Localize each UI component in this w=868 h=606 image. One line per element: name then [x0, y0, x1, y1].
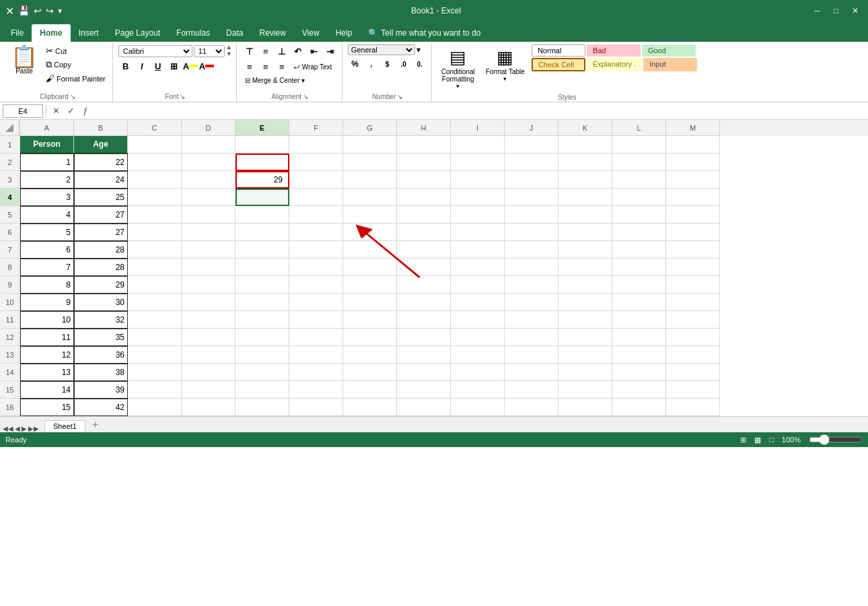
cell-B13[interactable]: 36: [74, 346, 128, 364]
cell-C1[interactable]: [128, 136, 182, 154]
cell-H1[interactable]: [397, 136, 451, 154]
row-num-7[interactable]: 7: [0, 241, 20, 259]
cell-M14[interactable]: [666, 364, 720, 381]
tab-page-layout[interactable]: Page Layout: [107, 24, 168, 42]
cell-K11[interactable]: [558, 311, 612, 329]
tab-file[interactable]: File: [3, 24, 32, 42]
cell-A10[interactable]: 9: [20, 294, 74, 311]
row-num-8[interactable]: 8: [0, 259, 20, 276]
cell-M9[interactable]: [666, 276, 720, 294]
cell-E16[interactable]: [236, 399, 289, 416]
more-icon[interactable]: ▾: [58, 6, 62, 15]
cell-F8[interactable]: [289, 259, 343, 276]
cell-K7[interactable]: [558, 241, 612, 259]
cell-H12[interactable]: [397, 329, 451, 346]
cell-E6[interactable]: [236, 224, 289, 241]
cell-D2[interactable]: [182, 154, 236, 171]
cell-D8[interactable]: [182, 259, 236, 276]
col-header-D[interactable]: D: [182, 120, 236, 136]
currency-button[interactable]: $: [380, 57, 395, 71]
merge-dropdown-icon[interactable]: ▾: [301, 77, 305, 84]
row-num-3[interactable]: 3: [0, 171, 20, 189]
cell-G11[interactable]: [343, 311, 397, 329]
cell-E14[interactable]: [236, 364, 289, 381]
cell-A6[interactable]: 5: [20, 224, 74, 241]
cell-E10[interactable]: [236, 294, 289, 311]
cell-J11[interactable]: [505, 311, 558, 329]
cell-L2[interactable]: [612, 154, 666, 171]
cell-H16[interactable]: [397, 399, 451, 416]
cell-K16[interactable]: [558, 399, 612, 416]
cell-K12[interactable]: [558, 329, 612, 346]
row-num-5[interactable]: 5: [0, 206, 20, 224]
cell-A7[interactable]: 6: [20, 241, 74, 259]
cell-D3[interactable]: [182, 171, 236, 189]
cell-C13[interactable]: [128, 346, 182, 364]
row-num-1[interactable]: 1: [0, 136, 20, 154]
cell-I16[interactable]: [451, 399, 505, 416]
input-style-button[interactable]: Input: [643, 58, 697, 71]
cell-I1[interactable]: [451, 136, 505, 154]
cell-D15[interactable]: [182, 381, 236, 399]
col-header-L[interactable]: L: [612, 120, 666, 136]
cell-I6[interactable]: [451, 224, 505, 241]
cell-E4[interactable]: [236, 189, 289, 206]
cell-F16[interactable]: [289, 399, 343, 416]
cell-M3[interactable]: [666, 171, 720, 189]
conditional-dropdown-icon[interactable]: ▾: [456, 83, 460, 90]
minimize-icon[interactable]: ─: [810, 5, 824, 17]
cell-reference-box[interactable]: E4: [3, 104, 43, 118]
col-header-J[interactable]: J: [505, 120, 558, 136]
cell-L7[interactable]: [612, 241, 666, 259]
cell-L12[interactable]: [612, 329, 666, 346]
row-num-15[interactable]: 15: [0, 381, 20, 399]
cell-A11[interactable]: 10: [20, 311, 74, 329]
sheet-nav-first[interactable]: ◀◀: [3, 425, 13, 432]
cell-I9[interactable]: [451, 276, 505, 294]
cell-B15[interactable]: 39: [74, 381, 128, 399]
cell-F14[interactable]: [289, 364, 343, 381]
cell-D11[interactable]: [182, 311, 236, 329]
sheet-nav-prev[interactable]: ◀: [15, 425, 20, 432]
cell-L11[interactable]: [612, 311, 666, 329]
cell-E1[interactable]: [236, 136, 289, 154]
view-page-break-icon[interactable]: □: [769, 436, 774, 444]
normal-style-button[interactable]: Normal: [532, 44, 585, 57]
cell-G9[interactable]: [343, 276, 397, 294]
row-num-14[interactable]: 14: [0, 364, 20, 381]
cell-I15[interactable]: [451, 381, 505, 399]
indent-increase-button[interactable]: ⇥: [323, 44, 338, 58]
col-header-C[interactable]: C: [128, 120, 182, 136]
cell-L14[interactable]: [612, 364, 666, 381]
align-right-button[interactable]: ≡: [275, 60, 289, 73]
bad-style-button[interactable]: Bad: [587, 44, 641, 57]
cell-J16[interactable]: [505, 399, 558, 416]
cell-B8[interactable]: 28: [74, 259, 128, 276]
align-top-button[interactable]: ⊤: [242, 44, 257, 58]
save-icon[interactable]: 💾: [18, 5, 30, 16]
cell-G16[interactable]: [343, 399, 397, 416]
text-direction-button[interactable]: ↶: [291, 44, 305, 58]
cell-I3[interactable]: [451, 171, 505, 189]
col-header-E[interactable]: E: [236, 120, 289, 136]
cell-G13[interactable]: [343, 346, 397, 364]
cell-I7[interactable]: [451, 241, 505, 259]
cell-F13[interactable]: [289, 346, 343, 364]
cell-K9[interactable]: [558, 276, 612, 294]
cell-J13[interactable]: [505, 346, 558, 364]
cell-F15[interactable]: [289, 381, 343, 399]
cell-L15[interactable]: [612, 381, 666, 399]
sheet-nav-next[interactable]: ▶: [22, 425, 27, 432]
cell-B2[interactable]: 22: [74, 154, 128, 171]
increase-decimal-button[interactable]: .0: [396, 57, 411, 71]
cell-H4[interactable]: [397, 189, 451, 206]
cell-M10[interactable]: [666, 294, 720, 311]
view-page-layout-icon[interactable]: ▦: [754, 436, 761, 444]
align-center-button[interactable]: ≡: [258, 60, 273, 73]
cell-K8[interactable]: [558, 259, 612, 276]
cell-L16[interactable]: [612, 399, 666, 416]
cell-B4[interactable]: 25: [74, 189, 128, 206]
cell-C12[interactable]: [128, 329, 182, 346]
row-num-2[interactable]: 2: [0, 154, 20, 171]
cell-F6[interactable]: [289, 224, 343, 241]
